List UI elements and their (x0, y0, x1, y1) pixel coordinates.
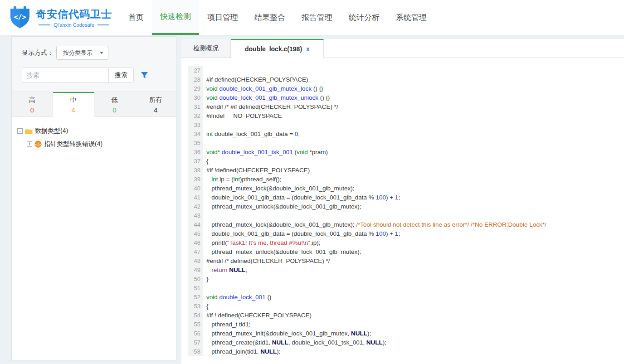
tab-double-lock-file[interactable]: double_lock.c(198) x (231, 39, 324, 58)
code-line: 54#if ! defined(CHECKER_POLYSPACE) (181, 311, 624, 320)
severity-tab-label: 中 (53, 96, 94, 104)
severity-tab-count: 4 (53, 106, 94, 114)
funnel-icon[interactable] (141, 72, 148, 79)
line-number: 32 (188, 112, 203, 121)
code-line: 51 (181, 284, 624, 293)
code-line: 28#if defined(CHECKER_POLYSPACE) (181, 75, 624, 84)
code-line: 43 (181, 211, 624, 220)
line-content: #endif /* defined(CHECKER_POLYSPACE) */ (203, 257, 330, 266)
line-number: 27 (188, 66, 203, 75)
tree-node-pointer-cast-error[interactable]: + </> 指针类型转换错误(4) (17, 137, 171, 150)
line-number: 44 (188, 220, 203, 229)
line-content: #endif /* #if defined(CHECKER_POLYSPACE)… (203, 102, 338, 112)
tab-label: double_lock.c(198) (245, 45, 302, 53)
svg-text:</>: </> (14, 13, 26, 21)
line-number: 30 (188, 93, 203, 102)
code-line: 27 (181, 66, 624, 75)
tree-node-data-type[interactable]: - 数据类型(4) (17, 124, 171, 137)
line-number: 39 (188, 175, 203, 184)
severity-tab-count: 4 (135, 106, 176, 114)
line-number: 35 (188, 139, 203, 148)
line-content: #if !defined(CHECKER_POLYSPACE) (203, 166, 310, 175)
line-content (203, 66, 206, 75)
code-line: 33 (181, 121, 624, 130)
top-header: </> 奇安信代码卫士 Qi'anxin Codesafe 首页 快速检测 项目… (0, 0, 624, 35)
line-number: 50 (188, 275, 203, 284)
tab-scan-overview[interactable]: 检测概况 (181, 39, 231, 58)
tree-node-label: 数据类型(4) (35, 127, 68, 135)
severity-tab-medium[interactable]: 中 4 (53, 92, 94, 117)
nav-item-result-integration[interactable]: 结果整合 (246, 0, 293, 35)
severity-tab-count: 0 (12, 106, 53, 114)
nav-item-statistics[interactable]: 统计分析 (341, 0, 388, 35)
line-number: 53 (188, 302, 203, 311)
code-line: 41 double_lock_001_glb_data = (double_lo… (181, 193, 624, 202)
display-mode-value: 按分类显示 (63, 49, 93, 57)
line-number: 31 (188, 102, 203, 112)
results-sidebar: 显示方式： 按分类显示 搜索 高 0 中 4 低 0 (11, 36, 176, 360)
line-number: 38 (188, 166, 203, 175)
line-number: 57 (188, 338, 203, 347)
search-button[interactable]: 搜索 (108, 68, 134, 83)
line-number: 52 (188, 293, 203, 302)
line-content: pthread_mutex_lock(&double_lock_001_glb_… (203, 220, 546, 229)
nav-item-report-management[interactable]: 报告管理 (293, 0, 341, 35)
line-content: { (203, 157, 209, 166)
code-line: 42 pthread_mutex_unlock(&double_lock_001… (181, 202, 624, 211)
nav-item-quick-scan[interactable]: 快速检测 (152, 0, 199, 35)
nav-item-project-management[interactable]: 项目管理 (199, 0, 246, 35)
line-number: 33 (188, 121, 203, 130)
line-number: 48 (188, 257, 203, 266)
filter-section: 显示方式： 按分类显示 搜索 (12, 37, 176, 92)
app-logo[interactable]: </> 奇安信代码卫士 Qi'anxin Codesafe (0, 0, 112, 35)
line-content: void double_lock_001 () (203, 293, 271, 302)
main-panel: 检测概况 double_lock.c(198) x 2728#if define… (181, 39, 624, 364)
line-content: #if ! defined(CHECKER_POLYSPACE) (203, 311, 312, 320)
line-number: 55 (188, 320, 203, 329)
defect-tree: - 数据类型(4) + </> 指针类型转换错误(4) (12, 117, 176, 158)
nav-item-home[interactable]: 首页 (120, 0, 152, 35)
line-content: pthread_mutex_lock(&double_lock_001_glb_… (203, 184, 354, 193)
display-mode-label: 显示方式： (22, 49, 54, 57)
tree-node-label: 指针类型转换错误(4) (44, 140, 102, 148)
code-line: 49 return NULL; (181, 266, 624, 275)
line-number: 29 (188, 84, 203, 93)
code-line: 45 double_lock_001_glb_data = (double_lo… (181, 229, 624, 238)
code-viewer: 2728#if defined(CHECKER_POLYSPACE)29void… (181, 66, 624, 356)
folder-icon (25, 128, 33, 134)
line-number: 47 (188, 248, 203, 257)
line-content: double_lock_001_glb_data = (double_lock_… (203, 193, 400, 202)
code-line: 40 pthread_mutex_lock(&double_lock_001_g… (181, 184, 624, 193)
line-content: pthread_mutex_init(&double_lock_001_glb_… (203, 329, 371, 338)
line-content: pthread_create(&tid1, NULL, double_lock_… (203, 338, 386, 347)
line-number: 45 (188, 229, 203, 238)
severity-tab-all[interactable]: 所有 4 (135, 92, 176, 117)
severity-tab-high[interactable]: 高 0 (12, 92, 53, 117)
expand-expander-icon[interactable]: + (27, 141, 32, 147)
main-nav: 首页 快速检测 项目管理 结果整合 报告管理 统计分析 系统管理 (120, 0, 435, 35)
code-line: 30void double_lock_001_glb_mutex_unlock … (181, 93, 624, 102)
close-icon[interactable]: x (306, 45, 310, 53)
code-line: 50} (181, 275, 624, 284)
collapse-expander-icon[interactable]: - (17, 128, 23, 134)
line-content (203, 211, 206, 220)
code-line: 37{ (181, 157, 624, 166)
line-number: 56 (188, 329, 203, 338)
file-tabbar: 检测概况 double_lock.c(198) x (181, 39, 624, 58)
code-line: 46 printf("Task1! It's me, thread #%u!\n… (181, 238, 624, 248)
nav-item-system-management[interactable]: 系统管理 (388, 0, 435, 35)
severity-tab-low[interactable]: 低 0 (94, 92, 136, 117)
line-content: void* double_lock_001_tsk_001 (void *pra… (203, 148, 328, 157)
line-content: printf("Task1! It's me, thread #%u!\n",i… (203, 238, 321, 248)
logo-dash-left (39, 24, 50, 25)
chevron-down-icon (100, 52, 103, 54)
search-input[interactable] (22, 68, 109, 83)
line-number: 46 (188, 238, 203, 248)
line-content: } (203, 275, 209, 284)
app-subtitle: Qi'anxin Codesafe (54, 22, 94, 28)
display-mode-select[interactable]: 按分类显示 (56, 46, 108, 60)
line-content: int double_lock_001_glb_data = 0; (203, 130, 300, 139)
line-content: pthread_t tid1; (203, 320, 251, 329)
code-line: 48#endif /* defined(CHECKER_POLYSPACE) *… (181, 257, 624, 266)
line-number: 40 (188, 184, 203, 193)
